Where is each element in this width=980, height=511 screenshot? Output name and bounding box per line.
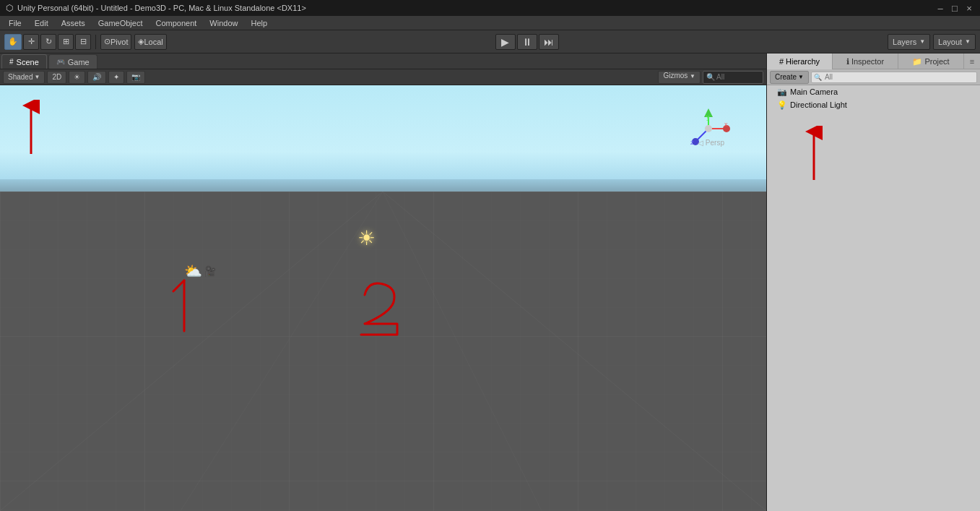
annotation-2 — [354, 277, 412, 342]
toolbar: ✋ ✛ ↻ ⊞ ⊟ ⊙ Pivot ◈ Local ▶ ⏸ ⏭ Layers ▼… — [0, 30, 980, 53]
pivot-button[interactable]: ⊙ Pivot — [100, 34, 131, 50]
tab-inspector[interactable]: ℹ Inspector — [833, 53, 898, 69]
shaded-dropdown[interactable]: Shaded ▼ — [3, 71, 45, 84]
game-tab-label: Game — [68, 58, 90, 66]
tab-bar: # Scene 🎮 Game — [0, 53, 766, 69]
scene-tab-icon: # — [9, 58, 14, 66]
tab-game[interactable]: 🎮 Game — [48, 54, 97, 69]
2d-button[interactable]: 2D — [47, 71, 66, 84]
search-icon: 🔍 — [706, 73, 715, 81]
play-button[interactable]: ▶ — [495, 34, 516, 50]
pivot-icon: ⊙ — [104, 37, 110, 46]
project-tab-label: Project — [924, 57, 949, 66]
svg-text:x: x — [724, 121, 728, 128]
step-button[interactable]: ⏭ — [539, 34, 559, 50]
move-tool-button[interactable]: ✛ — [23, 34, 39, 50]
local-label: Local — [144, 38, 162, 46]
scale-tool-button[interactable]: ⊞ — [58, 34, 74, 50]
menu-bar: FileEditAssetsGameObjectComponentWindowH… — [0, 16, 980, 30]
directional-light-icon: 💡 — [777, 100, 787, 110]
annotation-1 — [162, 273, 199, 338]
ground-plane — [0, 192, 766, 511]
create-button[interactable]: Create ▼ — [770, 71, 809, 84]
scene-camera-toggle[interactable]: 📷 — [126, 71, 145, 84]
menu-item-assets[interactable]: Assets — [56, 17, 91, 29]
viewport[interactable]: ☀ ⛅🎥 — [0, 85, 766, 511]
hierarchy-item-main-camera[interactable]: 📷 Main Camera — [767, 85, 980, 98]
hierarchy-search-input[interactable] — [822, 72, 974, 83]
main-camera-icon: 📷 — [777, 87, 787, 97]
menu-item-gameobject[interactable]: GameObject — [92, 17, 149, 29]
directional-light-label: Directional Light — [790, 100, 847, 109]
create-label: Create — [775, 73, 797, 81]
sun-icon: ☀ — [357, 226, 376, 250]
play-controls: ▶ ⏸ ⏭ — [495, 34, 559, 50]
hierarchy-tab-label: Hierarchy — [786, 57, 820, 66]
menu-item-edit[interactable]: Edit — [29, 17, 54, 29]
project-tab-icon: 📁 — [912, 57, 922, 66]
shaded-arrow-icon: ▼ — [34, 74, 40, 80]
title-bar-left: ⬡ Unity Personal (64bit) - Untitled - De… — [6, 3, 306, 13]
layout-dropdown[interactable]: Layout ▼ — [933, 34, 976, 50]
toolbar-separator-1 — [95, 35, 96, 49]
rect-tool-button[interactable]: ⊟ — [75, 34, 91, 50]
hand-tool-button[interactable]: ✋ — [4, 34, 22, 50]
main-area: # Scene 🎮 Game Shaded ▼ 2D ☀ 🔊 ✦ 📷 Giz — [0, 53, 980, 511]
view-gizmo[interactable]: x y z ◁ Persp — [687, 107, 730, 150]
hierarchy-search-box[interactable]: 🔍 — [811, 72, 977, 83]
right-panel-tabs: # Hierarchy ℹ Inspector 📁 Project ≡ — [767, 53, 980, 69]
scene-toolbar: Shaded ▼ 2D ☀ 🔊 ✦ 📷 Gizmos ▼ 🔍 — [0, 69, 766, 85]
hierarchy-arrow-container — [767, 126, 980, 185]
svg-rect-1 — [0, 192, 766, 511]
right-panel: # Hierarchy ℹ Inspector 📁 Project ≡ Crea… — [767, 53, 980, 511]
layout-label: Layout — [938, 38, 962, 46]
inspector-tab-label: Inspector — [851, 57, 884, 66]
layers-dropdown[interactable]: Layers ▼ — [888, 34, 930, 50]
pivot-label: Pivot — [110, 38, 128, 46]
minimize-button[interactable]: – — [935, 3, 945, 13]
title-bar: ⬡ Unity Personal (64bit) - Untitled - De… — [0, 0, 980, 16]
persp-label: ◁ Persp — [698, 139, 724, 147]
hierarchy-search-icon: 🔍 — [814, 74, 822, 81]
main-camera-label: Main Camera — [790, 87, 838, 96]
fx-toggle[interactable]: ✦ — [108, 71, 124, 84]
hierarchy-toolbar: Create ▼ 🔍 — [767, 69, 980, 85]
scene-search-input[interactable] — [716, 73, 760, 81]
create-arrow-icon: ▼ — [798, 74, 804, 80]
inspector-tab-icon: ℹ — [846, 57, 849, 66]
red-arrow-hierarchy-icon — [803, 126, 825, 184]
hierarchy-tab-icon: # — [779, 57, 784, 66]
transform-tools: ✋ ✛ ↻ ⊞ ⊟ — [4, 34, 91, 50]
local-icon: ◈ — [138, 37, 144, 46]
menu-item-window[interactable]: Window — [204, 17, 243, 29]
gizmos-arrow-icon: ▼ — [690, 73, 695, 80]
scene-search-box[interactable]: 🔍 — [703, 71, 763, 84]
maximize-button[interactable]: □ — [950, 3, 960, 13]
tab-hierarchy[interactable]: # Hierarchy — [767, 53, 833, 69]
svg-point-14 — [705, 125, 712, 132]
menu-item-component[interactable]: Component — [149, 17, 202, 29]
shaded-label: Shaded — [8, 73, 32, 81]
rotate-tool-button[interactable]: ↻ — [40, 34, 56, 50]
layers-arrow-icon: ▼ — [919, 38, 925, 45]
menu-item-file[interactable]: File — [3, 17, 27, 29]
tab-project[interactable]: 📁 Project — [898, 53, 964, 69]
layout-arrow-icon: ▼ — [965, 38, 971, 45]
light-toggle[interactable]: ☀ — [69, 71, 85, 84]
scene-panel: # Scene 🎮 Game Shaded ▼ 2D ☀ 🔊 ✦ 📷 Giz — [0, 53, 767, 511]
local-button[interactable]: ◈ Local — [134, 34, 166, 50]
pause-button[interactable]: ⏸ — [517, 34, 537, 50]
svg-text:y: y — [706, 113, 710, 121]
hierarchy-item-directional-light[interactable]: 💡 Directional Light — [767, 98, 980, 111]
right-panel-menu-button[interactable]: ≡ — [964, 53, 980, 69]
gizmos-button[interactable]: Gizmos ▼ — [658, 71, 701, 84]
audio-toggle[interactable]: 🔊 — [87, 71, 106, 84]
title-bar-controls[interactable]: – □ × — [935, 3, 974, 13]
layers-label: Layers — [893, 38, 916, 46]
menu-item-help[interactable]: Help — [245, 17, 273, 29]
close-button[interactable]: × — [964, 3, 974, 13]
gizmos-label: Gizmos — [663, 72, 688, 80]
unity-logo-icon: ⬡ — [6, 3, 13, 13]
hierarchy-panel: Create ▼ 🔍 📷 Main Camera 💡 Directional L… — [767, 69, 980, 511]
tab-scene[interactable]: # Scene — [1, 54, 47, 69]
